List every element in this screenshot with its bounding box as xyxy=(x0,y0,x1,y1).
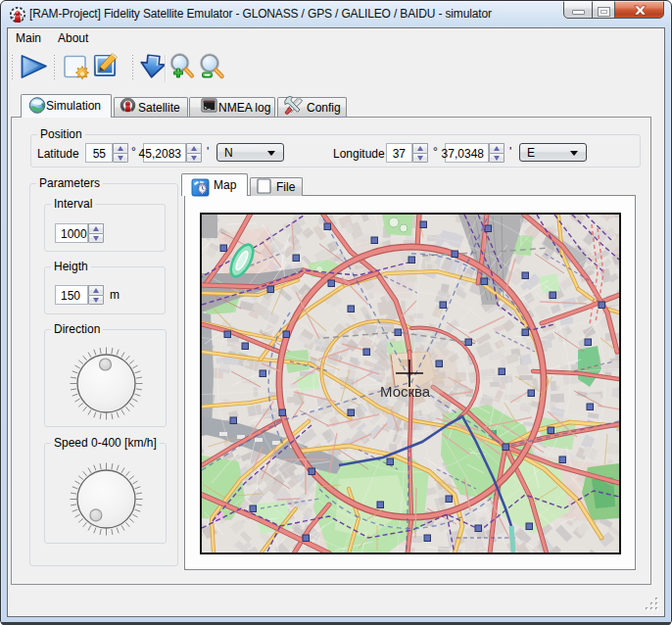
svg-text:Москва: Москва xyxy=(380,383,431,400)
